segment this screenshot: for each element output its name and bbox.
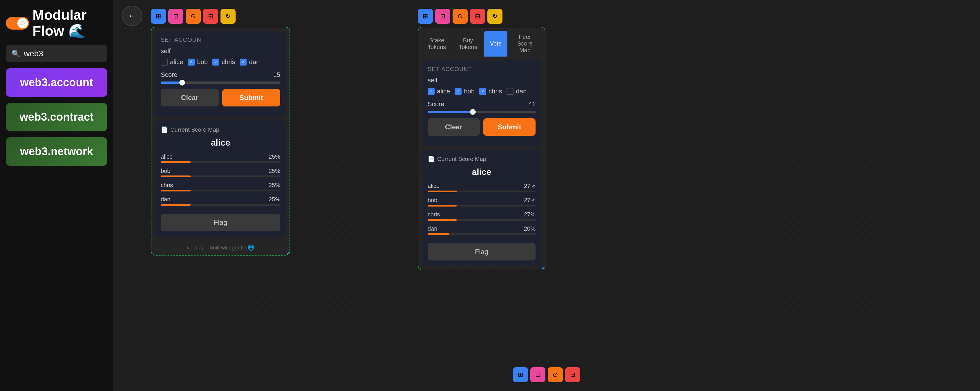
- tab-stake-tokens[interactable]: Stake Tokens: [422, 31, 452, 57]
- sidebar: Modular Flow 🌊 🔍 web3.account web3.contr…: [0, 0, 113, 391]
- left-checkbox-bob-box[interactable]: [188, 59, 195, 65]
- bottom-toolbar-grid-icon[interactable]: ⊞: [513, 367, 528, 382]
- left-checkbox-dan-label: dan: [249, 58, 260, 66]
- left-toolbar-circle-icon[interactable]: ⊙: [186, 9, 201, 24]
- left-checkbox-alice[interactable]: alice: [161, 58, 183, 66]
- left-score-map-title: alice: [161, 138, 280, 148]
- right-checkbox-bob[interactable]: bob: [455, 87, 475, 95]
- right-checkbox-chris[interactable]: chris: [479, 87, 502, 95]
- right-checkbox-dan-label: dan: [516, 87, 527, 95]
- right-submit-button[interactable]: Submit: [483, 118, 536, 136]
- left-toolbar-refresh-icon[interactable]: ↻: [221, 9, 235, 24]
- tab-buy-tokens[interactable]: Buy Tokens: [453, 31, 483, 57]
- sidebar-item-account[interactable]: web3.account: [6, 68, 107, 97]
- left-checkbox-alice-box[interactable]: [161, 59, 168, 65]
- right-bar-alice-value: 27%: [524, 183, 536, 189]
- left-checkbox-chris-box[interactable]: [212, 59, 220, 65]
- left-score-map-header-label: Current Score Map: [170, 126, 220, 133]
- right-score-value: 41: [528, 100, 536, 108]
- right-bar-bob: bob 27%: [428, 197, 536, 207]
- left-checkbox-bob-label: bob: [197, 58, 208, 66]
- left-view-api-link[interactable]: view api: [187, 245, 206, 251]
- sidebar-item-contract[interactable]: web3.contract: [6, 103, 107, 131]
- bottom-toolbar-minus-icon[interactable]: ⊟: [565, 367, 580, 382]
- bottom-toolbar-box-icon[interactable]: ⊡: [530, 367, 546, 382]
- right-toolbar-grid-icon[interactable]: ⊞: [418, 9, 433, 24]
- network-label: web3.network: [20, 145, 93, 158]
- left-set-account-section: Set Account self alice bob chris: [155, 31, 286, 117]
- right-bar-chris-value: 27%: [524, 211, 536, 218]
- left-submit-button[interactable]: Submit: [222, 89, 280, 106]
- right-checkbox-chris-box[interactable]: [479, 88, 486, 95]
- toggle-knob: [18, 18, 28, 29]
- tab-vote[interactable]: Vote: [484, 31, 508, 57]
- right-checkbox-bob-label: bob: [464, 87, 475, 95]
- bottom-toolbar-circle-icon[interactable]: ⊙: [548, 367, 563, 382]
- left-toolbar: ⊞ ⊡ ⊙ ⊟ ↻: [151, 9, 290, 24]
- left-bar-dan-name: dan: [161, 196, 170, 203]
- left-flag-button[interactable]: Flag: [161, 214, 280, 231]
- left-score-map-doc-icon: 📄: [161, 126, 168, 133]
- right-score-label: Score: [428, 100, 444, 108]
- main-content: ← ⊞ ⊡ ⊙ ⊟ ↻ Set Account self alice: [113, 0, 980, 391]
- right-checkbox-alice-box[interactable]: [428, 88, 434, 95]
- right-checkbox-alice-label: alice: [437, 87, 450, 95]
- right-flag-button[interactable]: Flag: [428, 243, 536, 261]
- search-input[interactable]: [24, 49, 128, 58]
- left-clear-button[interactable]: Clear: [161, 89, 219, 106]
- left-checkbox-dan[interactable]: dan: [240, 58, 260, 66]
- left-checkbox-bob[interactable]: bob: [188, 58, 208, 66]
- right-resize-handle[interactable]: [542, 267, 546, 270]
- left-toolbar-box-icon[interactable]: ⊡: [168, 9, 183, 24]
- left-widget: ⊞ ⊡ ⊙ ⊟ ↻ Set Account self alice bob: [151, 9, 290, 256]
- right-toolbar-refresh-icon[interactable]: ↻: [487, 9, 503, 24]
- sidebar-title: Modular Flow 🌊: [32, 7, 107, 39]
- right-score-map-doc-icon: 📄: [428, 156, 435, 162]
- right-score-map-header: 📄 Current Score Map: [428, 156, 536, 162]
- right-checkbox-dan-box[interactable]: [506, 88, 514, 95]
- left-checkbox-chris[interactable]: chris: [212, 58, 235, 66]
- tab-peer-score-map[interactable]: Peer Score Map: [509, 31, 541, 57]
- left-btn-row: Clear Submit: [161, 89, 280, 106]
- left-slider-thumb[interactable]: [179, 80, 185, 86]
- left-bar-dan-value: 25%: [269, 196, 280, 203]
- left-score-map-header: 📄 Current Score Map: [161, 126, 280, 133]
- right-slider[interactable]: [428, 111, 536, 113]
- right-checkbox-alice[interactable]: alice: [428, 87, 450, 95]
- right-bar-dan-value: 20%: [524, 226, 536, 232]
- left-toolbar-minus-icon[interactable]: ⊟: [203, 9, 218, 24]
- right-slider-thumb[interactable]: [470, 109, 476, 115]
- left-panel-footer: view api · built with gradio 🌐: [151, 240, 290, 255]
- left-footer-built: built with gradio: [210, 245, 246, 251]
- right-panel: Stake Tokens Buy Tokens Vote Peer Score …: [418, 27, 546, 270]
- left-toolbar-grid-icon[interactable]: ⊞: [151, 9, 166, 24]
- right-set-account-section: Set Account self alice bob chris: [422, 60, 541, 146]
- left-footer-sep: ·: [207, 245, 210, 251]
- sidebar-item-network[interactable]: web3.network: [6, 137, 107, 166]
- search-icon: 🔍: [12, 49, 20, 58]
- toggle-button[interactable]: [6, 17, 29, 30]
- right-btn-row: Clear Submit: [428, 118, 536, 136]
- left-footer-gradio-icon: 🌐: [248, 245, 254, 251]
- right-score-map-header-label: Current Score Map: [437, 156, 486, 162]
- left-checkbox-chris-label: chris: [222, 58, 235, 66]
- right-checkbox-dan[interactable]: dan: [506, 87, 527, 95]
- left-slider[interactable]: [161, 81, 280, 84]
- right-clear-button[interactable]: Clear: [428, 118, 480, 136]
- right-bar-alice: alice 27%: [428, 183, 536, 192]
- left-checkbox-alice-label: alice: [170, 58, 183, 66]
- right-toolbar-circle-icon[interactable]: ⊙: [453, 9, 468, 24]
- right-toolbar-box-icon[interactable]: ⊡: [435, 9, 450, 24]
- right-checkboxes-row: alice bob chris dan: [428, 87, 536, 95]
- right-checkbox-bob-box[interactable]: [455, 88, 461, 95]
- back-button[interactable]: ←: [122, 6, 142, 26]
- right-bar-dan-name: dan: [428, 226, 437, 232]
- left-bar-alice: alice 25%: [161, 153, 280, 163]
- left-bar-dan: dan 25%: [161, 196, 280, 206]
- right-toolbar-minus-icon[interactable]: ⊟: [470, 9, 485, 24]
- left-score-map-section: 📄 Current Score Map alice alice 25% bob …: [155, 120, 286, 237]
- right-bar-bob-value: 27%: [524, 197, 536, 203]
- search-box[interactable]: 🔍: [6, 45, 107, 62]
- right-set-account-label: Set Account: [428, 66, 536, 73]
- left-checkbox-dan-box[interactable]: [240, 59, 247, 65]
